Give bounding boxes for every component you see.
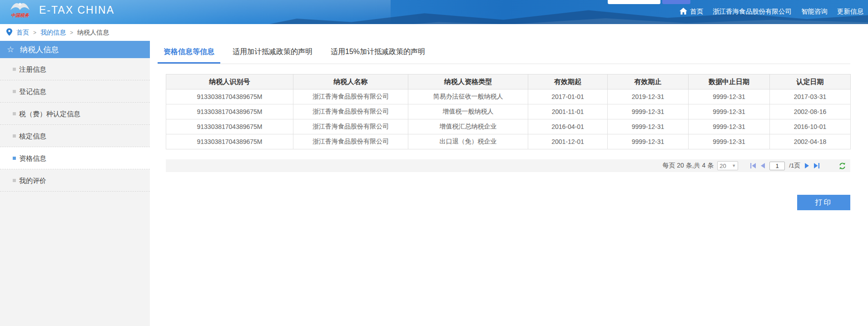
tab-bar: 资格信息等信息 适用加计抵减政策的声明 适用15%加计抵减政策的声明 [158, 41, 850, 64]
breadcrumb-separator: > [33, 30, 36, 36]
sidebar-item-label: 我的评价 [19, 177, 46, 184]
sidebar-header: ☆ 纳税人信息 [0, 41, 150, 58]
table-cell: 2001-11-01 [528, 104, 608, 119]
sidebar-item-registration[interactable]: 注册信息 [0, 58, 150, 80]
table-cell: 91330381704389675M [166, 119, 293, 134]
page: 中国税务 E-TAX CHINA 首页 浙江香海食品股份有限公司 智能咨询 更新… [0, 0, 868, 326]
breadcrumb-my-info[interactable]: 我的信息 [40, 29, 66, 37]
breadcrumb-current: 纳税人信息 [77, 29, 109, 37]
sidebar-item-label: 核定信息 [19, 132, 46, 140]
pager-controls: /1页 [750, 162, 820, 170]
search-input[interactable] [608, 0, 660, 4]
breadcrumb: 首页 > 我的信息 > 纳税人信息 [0, 24, 868, 41]
bullet-icon [13, 134, 16, 138]
pagination-bar: 每页 20 条,共 4 条 20 ▼ /1页 [166, 159, 850, 172]
tab-addition-deduction-policy[interactable]: 适用加计抵减政策的声明 [227, 45, 318, 64]
table-cell: 91330381704389675M [166, 104, 293, 119]
table-cell: 2016-04-01 [528, 119, 608, 134]
table-cell: 出口退（免）税企业 [408, 134, 528, 149]
table-cell: 浙江香海食品股份有限公司 [293, 119, 408, 134]
nav-smart-consult[interactable]: 智能咨询 [801, 7, 828, 16]
table-header-row: 纳税人识别号 纳税人名称 纳税人资格类型 有效期起 有效期止 数据中止日期 认定… [166, 74, 851, 89]
table-cell: 9999-12-31 [608, 104, 689, 119]
sidebar-item-label: 税（费）种认定信息 [19, 110, 80, 118]
sidebar-title: 纳税人信息 [20, 44, 59, 55]
table-cell: 91330381704389675M [166, 89, 293, 104]
col-confirm-date: 认定日期 [770, 74, 851, 89]
sidebar-item-qualification[interactable]: 资格信息 [0, 147, 150, 169]
col-qualification-type: 纳税人资格类型 [408, 74, 528, 89]
sidebar-item-label: 登记信息 [19, 88, 46, 95]
page-number-input[interactable] [769, 162, 785, 170]
table-cell: 浙江香海食品股份有限公司 [293, 134, 408, 149]
table-cell: 9999-12-31 [689, 134, 770, 149]
table-cell: 2017-03-31 [770, 89, 851, 104]
nav-home[interactable]: 首页 [680, 7, 703, 16]
prev-page-button[interactable] [760, 163, 765, 168]
location-pin-icon [6, 28, 12, 37]
col-valid-from: 有效期起 [528, 74, 608, 89]
table-cell: 浙江香海食品股份有限公司 [293, 104, 408, 119]
bullet-icon [13, 157, 16, 160]
table-cell: 2017-01-01 [528, 89, 608, 104]
refresh-button[interactable] [839, 163, 846, 169]
table-cell: 2001-12-01 [528, 134, 608, 149]
table-row: 91330381704389675M 浙江香海食品股份有限公司 增值税汇总纳税企… [166, 119, 851, 134]
last-page-button[interactable] [813, 163, 820, 168]
first-page-button[interactable] [750, 163, 756, 168]
nav-company[interactable]: 浙江香海食品股份有限公司 [713, 7, 792, 16]
table-row: 91330381704389675M 浙江香海食品股份有限公司 增值税一般纳税人… [166, 104, 851, 119]
chevron-down-icon: ▼ [732, 163, 736, 168]
col-data-end-date: 数据中止日期 [689, 74, 770, 89]
bullet-icon [13, 112, 16, 115]
top-nav: 首页 浙江香海食品股份有限公司 智能咨询 更新信息 [680, 7, 863, 16]
star-icon: ☆ [7, 45, 14, 54]
sidebar-item-my-rating[interactable]: 我的评价 [0, 169, 150, 192]
nav-update-info-label: 更新信息 [837, 7, 863, 16]
table-cell: 9999-12-31 [689, 104, 770, 119]
table-cell: 2002-08-16 [770, 104, 851, 119]
table-cell: 9999-12-31 [689, 89, 770, 104]
table-cell: 9999-12-31 [608, 119, 689, 134]
breadcrumb-home[interactable]: 首页 [16, 29, 29, 37]
table-cell: 浙江香海食品股份有限公司 [293, 89, 408, 104]
table-cell: 2016-10-01 [770, 119, 851, 134]
table-cell: 增值税一般纳税人 [408, 104, 528, 119]
brand-title: E-TAX CHINA [39, 4, 114, 16]
search-button[interactable] [662, 0, 690, 4]
main-content: 资格信息等信息 适用加计抵减政策的声明 适用15%加计抵减政策的声明 纳税人识别… [158, 41, 850, 172]
bullet-icon [13, 179, 16, 182]
nav-update-info[interactable]: 更新信息 [837, 7, 863, 16]
page-size-value: 20 [719, 163, 726, 169]
bullet-icon [13, 68, 16, 71]
table-row: 91330381704389675M 浙江香海食品股份有限公司 简易办法征收一般… [166, 89, 851, 104]
bullet-icon [13, 90, 16, 93]
table-cell: 9999-12-31 [689, 119, 770, 134]
pagination-summary: 每页 20 条,共 4 条 [662, 162, 714, 170]
col-taxpayer-name: 纳税人名称 [293, 74, 408, 89]
sidebar-item-assessment[interactable]: 核定信息 [0, 125, 150, 147]
page-total-label: /1页 [789, 162, 800, 170]
nav-smart-consult-label: 智能咨询 [801, 7, 828, 16]
tab-addition-deduction-15-policy[interactable]: 适用15%加计抵减政策的声明 [325, 45, 431, 64]
table-cell: 9999-12-31 [608, 134, 689, 149]
col-valid-to: 有效期止 [608, 74, 689, 89]
sidebar-item-tax-type[interactable]: 税（费）种认定信息 [0, 103, 150, 125]
qualification-table: 纳税人识别号 纳税人名称 纳税人资格类型 有效期起 有效期止 数据中止日期 认定… [166, 74, 851, 149]
table-cell: 2002-04-18 [770, 134, 851, 149]
tab-qualification-info[interactable]: 资格信息等信息 [158, 45, 220, 64]
table-cell: 简易办法征收一般纳税人 [408, 89, 528, 104]
breadcrumb-separator: > [70, 30, 73, 36]
table-row: 91330381704389675M 浙江香海食品股份有限公司 出口退（免）税企… [166, 134, 851, 149]
nav-company-label: 浙江香海食品股份有限公司 [713, 7, 792, 16]
print-button[interactable]: 打印 [797, 195, 850, 210]
page-size-select[interactable]: 20 ▼ [717, 161, 738, 170]
logo-caption: 中国税务 [6, 12, 34, 19]
sidebar-item-record[interactable]: 登记信息 [0, 80, 150, 103]
sidebar-item-label: 注册信息 [19, 65, 46, 73]
next-page-button[interactable] [804, 163, 809, 168]
sidebar-item-label: 资格信息 [19, 154, 46, 162]
table-cell: 91330381704389675M [166, 134, 293, 149]
home-icon [680, 8, 687, 16]
col-taxpayer-id: 纳税人识别号 [166, 74, 293, 89]
